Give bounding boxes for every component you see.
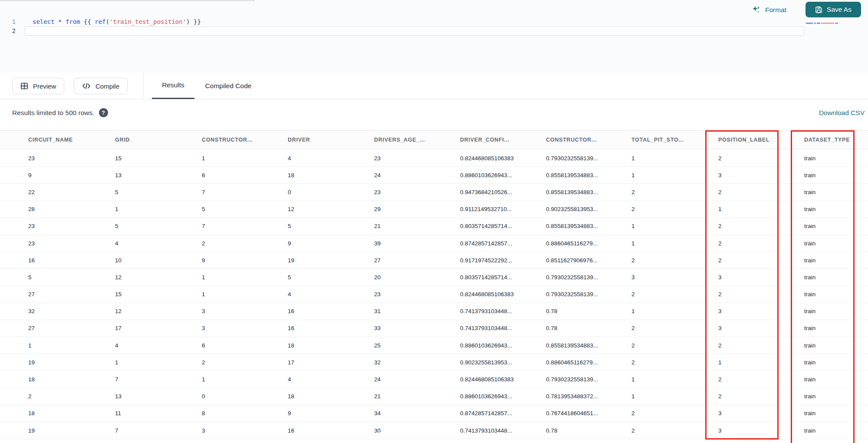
table-cell: 2 bbox=[21, 393, 108, 400]
table-cell: 2 bbox=[711, 189, 797, 195]
table-row: 271514230.8244680851063830.7930232558139… bbox=[0, 286, 868, 303]
table-cell: 16 bbox=[280, 325, 367, 331]
table-cell: 4 bbox=[280, 155, 367, 162]
table-row: 191217320.9023255813953...0.886046511627… bbox=[0, 354, 868, 371]
table-cell: 23 bbox=[21, 223, 108, 229]
table-cell: train bbox=[797, 342, 868, 349]
table-row: 281512290.9112149532710...0.902325581395… bbox=[0, 201, 868, 218]
tab-compiled-code[interactable]: Compiled Code bbox=[197, 73, 259, 99]
table-cell: 1 bbox=[194, 155, 280, 162]
table-cell: 0.9023255813953... bbox=[453, 359, 539, 366]
table-cell: 0.7813953488372... bbox=[539, 393, 624, 400]
table-cell: 15 bbox=[108, 291, 194, 298]
table-cell: 1 bbox=[624, 308, 711, 314]
table-cell: train bbox=[797, 376, 868, 383]
table-cell: train bbox=[797, 427, 868, 434]
table-cell: 2 bbox=[624, 189, 711, 195]
table-cell: 0 bbox=[194, 393, 280, 400]
table-cell: 6 bbox=[194, 172, 280, 179]
help-icon[interactable]: ? bbox=[99, 108, 108, 117]
table-cell: 12 bbox=[108, 308, 194, 314]
column-header: DRIVER_CONFI... bbox=[453, 137, 539, 143]
table-cell: 34 bbox=[367, 410, 453, 417]
table-cell: 13 bbox=[108, 172, 194, 179]
table-cell: 1 bbox=[108, 206, 194, 212]
ide-page: Format Save As 1 2 select * from {{ ref(… bbox=[0, 0, 868, 443]
row-limit-message: Results limited to 500 rows. bbox=[12, 109, 95, 117]
table-cell: 0.7930232558139... bbox=[539, 376, 624, 383]
table-cell: 12 bbox=[280, 206, 367, 212]
table-cell: 2 bbox=[711, 155, 797, 162]
table-cell: 20 bbox=[367, 274, 453, 281]
format-label: Format bbox=[765, 6, 786, 14]
table-cell: 1 bbox=[711, 359, 797, 366]
table-row: 181189340.8742857142857...0.767441860465… bbox=[0, 405, 868, 422]
table-cell: 0.7413793103448... bbox=[453, 308, 539, 314]
column-header: TOTAL_PIT_STO... bbox=[624, 137, 711, 143]
table-row: 23575210.8035714285714...0.8558139534883… bbox=[0, 218, 868, 235]
table-cell: train bbox=[797, 393, 868, 400]
table-cell: 7 bbox=[108, 427, 194, 434]
code-token: ref bbox=[95, 18, 105, 25]
table-cell: 30 bbox=[367, 427, 453, 434]
preview-label: Preview bbox=[33, 83, 56, 90]
save-as-button[interactable]: Save As bbox=[806, 2, 861, 17]
table-cell: 1 bbox=[194, 376, 280, 383]
table-cell: 22 bbox=[21, 189, 108, 195]
table-cell: 0.7413793103448... bbox=[453, 427, 539, 434]
table-cell: 23 bbox=[367, 155, 453, 162]
table-cell: 3 bbox=[711, 274, 797, 281]
tab-results[interactable]: Results bbox=[152, 73, 194, 99]
code-token: ( bbox=[106, 18, 109, 25]
table-cell: 1 bbox=[624, 172, 711, 179]
table-cell: 2 bbox=[624, 291, 711, 298]
table-cell: 2 bbox=[711, 240, 797, 247]
compile-button[interactable]: Compile bbox=[74, 78, 128, 94]
table-cell: 17 bbox=[280, 359, 367, 366]
code-token bbox=[62, 18, 65, 25]
table-cell: 1 bbox=[624, 223, 711, 229]
table-cell: 1 bbox=[194, 291, 280, 298]
editor-active-line-input[interactable] bbox=[25, 26, 804, 36]
sparkle-icon bbox=[752, 5, 761, 15]
table-cell: 1 bbox=[21, 342, 108, 349]
table-cell: 0.9112149532710... bbox=[453, 206, 539, 212]
table-cell: 1 bbox=[624, 240, 711, 247]
table-cell: train bbox=[797, 359, 868, 366]
table-cell: 7 bbox=[194, 223, 280, 229]
line-number-2: 2 bbox=[5, 27, 16, 34]
download-csv-link[interactable]: Download CSV bbox=[819, 109, 865, 117]
table-cell: 19 bbox=[21, 427, 108, 434]
editor-minimap[interactable] bbox=[806, 21, 858, 25]
table-cell: 2 bbox=[711, 291, 797, 298]
table-cell: 39 bbox=[367, 240, 453, 247]
table-cell: 23 bbox=[21, 155, 108, 162]
results-info-bar: Results limited to 500 rows. ? Download … bbox=[0, 99, 868, 130]
code-line-1[interactable]: select * from {{ ref('train_test_positio… bbox=[33, 18, 201, 27]
table-cell: 9 bbox=[194, 257, 280, 264]
table-cell: 24 bbox=[367, 172, 453, 179]
table-cell: 0.78 bbox=[539, 325, 624, 331]
table-cell: 4 bbox=[108, 342, 194, 349]
table-cell: 8 bbox=[194, 410, 280, 417]
table-cell: 5 bbox=[280, 274, 367, 281]
table-cell: 29 bbox=[367, 206, 453, 212]
table-cell: 27 bbox=[21, 291, 108, 298]
preview-button[interactable]: Preview bbox=[12, 78, 64, 94]
table-cell: 31 bbox=[367, 308, 453, 314]
table-cell: 18 bbox=[280, 342, 367, 349]
table-cell: train bbox=[797, 410, 868, 417]
table-cell: 11 bbox=[108, 410, 194, 417]
format-button[interactable]: Format bbox=[750, 4, 788, 16]
column-header: CONSTRUCTOR... bbox=[539, 137, 624, 143]
table-row: 197316300.7413793103448...0.7823train bbox=[0, 422, 868, 439]
table-cell: 0.8742857142857... bbox=[453, 410, 539, 417]
code-token: {{ bbox=[84, 18, 91, 25]
table-cell: 23 bbox=[367, 189, 453, 195]
code-token bbox=[190, 18, 194, 25]
table-cell: 16 bbox=[280, 427, 367, 434]
tab-results-label: Results bbox=[162, 81, 184, 89]
table-cell: 5 bbox=[108, 223, 194, 229]
table-row: 22570230.9473684210526...0.8558139534883… bbox=[0, 184, 868, 201]
table-cell: 17 bbox=[108, 325, 194, 331]
